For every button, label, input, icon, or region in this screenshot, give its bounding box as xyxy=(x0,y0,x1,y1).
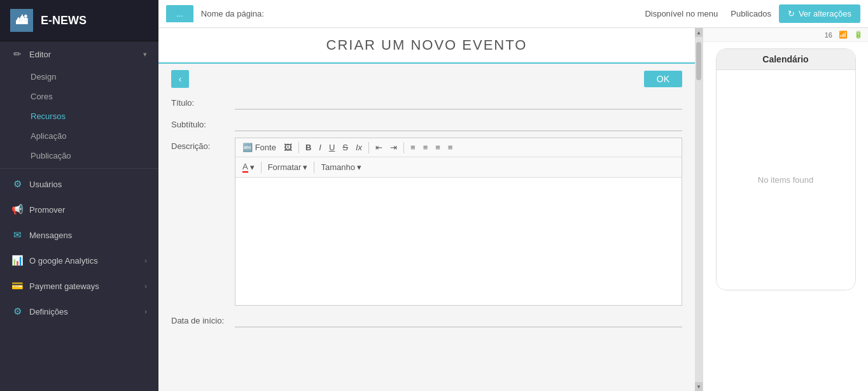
sidebar-label-usuarios: Usuários xyxy=(29,180,147,189)
device-header: Calendário xyxy=(717,49,855,70)
rte-body[interactable] xyxy=(235,178,682,305)
editor-chevron-icon: ▾ xyxy=(143,50,147,59)
titulo-input[interactable] xyxy=(235,94,682,110)
promover-icon: 📢 xyxy=(11,204,23,215)
sidebar-item-promover[interactable]: 📢 Promover xyxy=(0,197,158,222)
clear-label: Ix xyxy=(356,143,362,152)
mensagens-icon: ✉ xyxy=(11,229,23,241)
scroll-down-button[interactable]: ▼ xyxy=(695,382,703,391)
sidebar-item-usuarios[interactable]: ⚙ Usuários xyxy=(0,171,158,197)
bold-label: B xyxy=(305,143,311,152)
color-dropdown-icon: ▾ xyxy=(250,162,255,172)
rte-outdent-button[interactable]: ⇤ xyxy=(372,141,386,154)
rte-align-center-button[interactable]: ≡ xyxy=(420,141,431,154)
rte-divider1 xyxy=(298,142,299,153)
sidebar-label-promover: Promover xyxy=(29,205,147,215)
sidebar-nav: ✏ Editor ▾ Design Cores Recursos Aplicaç… xyxy=(0,41,158,391)
rte-fonte-button[interactable]: 🔤 Fonte xyxy=(239,141,279,154)
analytics-chevron-icon: › xyxy=(144,257,147,264)
image-icon: 🖼 xyxy=(284,143,292,152)
battery-icon: 🔋 xyxy=(854,31,863,39)
refresh-icon: ↻ xyxy=(788,9,795,18)
sidebar: 🏙 E-NEWS ✏ Editor ▾ Design Cores Recurso… xyxy=(0,0,158,391)
strikethrough-label: S xyxy=(342,143,348,152)
analytics-icon: 📊 xyxy=(11,255,23,266)
sidebar-item-aplicacao[interactable]: Aplicação xyxy=(31,126,158,146)
status-disponivel: Disponível no menu xyxy=(645,9,718,18)
rte-bold-button[interactable]: B xyxy=(302,141,314,154)
rte-align-right-button[interactable]: ≡ xyxy=(432,141,444,154)
rte-divider5 xyxy=(314,162,314,173)
rte-color-button[interactable]: A ▾ xyxy=(239,160,258,174)
sidebar-item-definicoes[interactable]: ⚙ Definições › xyxy=(0,299,158,324)
rte-image-button[interactable]: 🖼 xyxy=(281,141,295,154)
rte-toolbar-row2: A ▾ Formatar ▾ Tamanho ▾ xyxy=(235,157,682,178)
form-title: CRIAR UM NOVO EVENTO xyxy=(158,28,695,64)
rte-container: 🔤 Fonte 🖼 B I xyxy=(235,138,682,306)
payment-chevron-icon: › xyxy=(144,282,147,290)
titulo-row: Título: xyxy=(171,94,682,110)
data-inicio-input[interactable] xyxy=(235,312,682,327)
app-header: 🏙 E-NEWS xyxy=(0,0,158,41)
scroll-thumb[interactable] xyxy=(696,42,701,80)
rte-divider4 xyxy=(261,162,262,173)
ok-button[interactable]: OK xyxy=(644,71,682,87)
sidebar-item-analytics[interactable]: 📊 O google Analytics › xyxy=(0,248,158,273)
back-button[interactable]: ‹ xyxy=(171,70,189,88)
rte-underline-button[interactable]: U xyxy=(326,141,338,154)
data-inicio-label: Data de início: xyxy=(171,312,228,325)
titulo-label: Título: xyxy=(171,94,228,108)
rte-indent-button[interactable]: ⇥ xyxy=(387,141,400,154)
tamanho-label: Tamanho xyxy=(321,162,354,172)
ver-alteracoes-label: Ver alterações xyxy=(799,9,851,18)
device-content: Calendário No items found xyxy=(717,49,855,290)
rte-formatar-button[interactable]: Formatar ▾ xyxy=(265,160,311,174)
sidebar-item-editor[interactable]: ✏ Editor ▾ xyxy=(0,41,158,67)
rte-divider3 xyxy=(403,142,404,153)
sidebar-item-publicacao[interactable]: Publicação xyxy=(31,146,158,166)
sidebar-item-payment[interactable]: 💳 Payment gateways › xyxy=(0,273,158,299)
sidebar-item-design[interactable]: Design xyxy=(31,67,158,87)
sidebar-item-cores[interactable]: Cores xyxy=(31,87,158,106)
sidebar-label-mensagens: Mensagens xyxy=(29,231,147,240)
rte-strikethrough-button[interactable]: S xyxy=(339,141,351,154)
subtitulo-row: Subtítulo: xyxy=(171,116,682,131)
sidebar-label-analytics: O google Analytics xyxy=(29,256,138,266)
page-label: Nome da página: xyxy=(201,9,264,18)
page-tab[interactable]: ... xyxy=(166,5,193,22)
data-inicio-row: Data de início: xyxy=(171,312,682,327)
form-nav-bar: ‹ OK xyxy=(171,64,682,94)
fonte-label: Fonte xyxy=(255,143,276,152)
sidebar-item-recursos[interactable]: Recursos xyxy=(31,106,158,126)
editor-submenu: Design Cores Recursos Aplicação Publicaç… xyxy=(0,67,158,166)
sidebar-item-mensagens[interactable]: ✉ Mensagens xyxy=(0,222,158,248)
rte-toolbar-row1: 🔤 Fonte 🖼 B I xyxy=(235,138,682,157)
main-area: ... Nome da página: Disponível no menu P… xyxy=(158,0,868,391)
editor-icon: ✏ xyxy=(11,48,23,60)
payment-icon: 💳 xyxy=(11,280,23,292)
ver-alteracoes-button[interactable]: ↻ Ver alterações xyxy=(779,4,860,23)
rte-italic-button[interactable]: I xyxy=(316,141,325,154)
top-bar: ... Nome da página: Disponível no menu P… xyxy=(158,0,868,28)
scroll-up-button[interactable]: ▲ xyxy=(695,28,703,37)
device-body: No items found xyxy=(758,70,813,290)
top-bar-status: Disponível no menu Publicados xyxy=(645,9,771,18)
sidebar-label-definicoes: Definições xyxy=(29,307,138,316)
no-items-text: No items found xyxy=(758,175,813,185)
rte-clear-button[interactable]: Ix xyxy=(353,141,365,154)
rte-tamanho-button[interactable]: Tamanho ▾ xyxy=(318,160,364,174)
underline-label: U xyxy=(329,143,335,152)
definicoes-chevron-icon: › xyxy=(144,308,147,315)
app-logo: 🏙 xyxy=(10,9,33,32)
sidebar-label-editor: Editor xyxy=(29,50,137,59)
rte-align-left-button[interactable]: ≡ xyxy=(407,141,419,154)
subtitulo-input[interactable] xyxy=(235,116,682,131)
rte-divider2 xyxy=(368,142,369,153)
divider1 xyxy=(0,168,158,169)
formatar-label: Formatar xyxy=(268,162,302,172)
formatar-chevron-icon: ▾ xyxy=(303,162,307,172)
definicoes-icon: ⚙ xyxy=(11,306,23,317)
preview-status-bar: 16 📶 🔋 xyxy=(703,28,868,42)
tamanho-chevron-icon: ▾ xyxy=(357,162,361,172)
rte-align-justify-button[interactable]: ≡ xyxy=(445,141,456,154)
